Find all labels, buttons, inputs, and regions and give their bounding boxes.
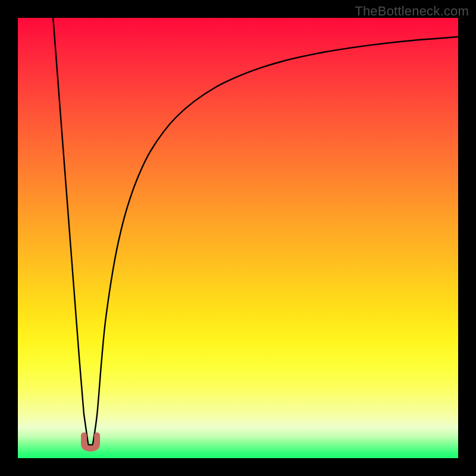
chart-frame: TheBottleneck.com <box>0 0 476 476</box>
bottleneck-chart <box>18 18 458 458</box>
plot-area <box>18 18 458 458</box>
attribution-label: TheBottleneck.com <box>355 4 469 19</box>
optimum-marker <box>84 436 97 449</box>
bottleneck-curve <box>53 18 458 445</box>
